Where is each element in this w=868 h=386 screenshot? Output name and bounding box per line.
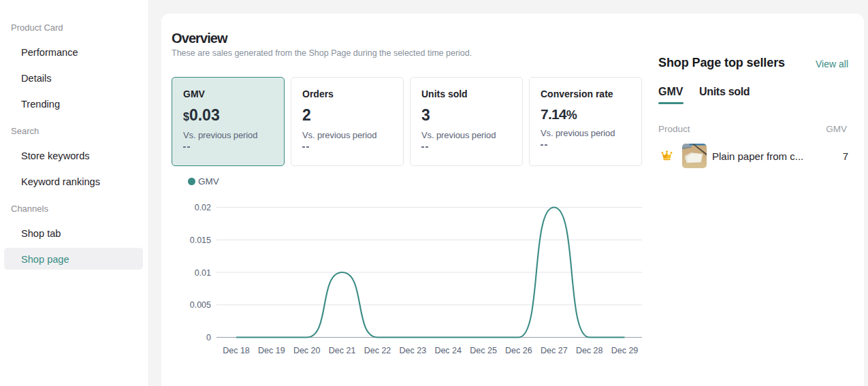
svg-text:Dec 19: Dec 19 [258,346,285,355]
svg-text:Dec 22: Dec 22 [364,346,391,355]
svg-text:Dec 18: Dec 18 [223,346,250,355]
svg-text:Dec 21: Dec 21 [329,346,356,355]
svg-text:Dec 25: Dec 25 [470,346,497,355]
svg-text:Dec 28: Dec 28 [576,346,603,355]
svg-text:Dec 29: Dec 29 [611,346,639,355]
svg-text:Dec 23: Dec 23 [399,346,426,355]
svg-text:Dec 27: Dec 27 [541,346,568,355]
svg-text:Dec 24: Dec 24 [434,346,462,355]
svg-text:0.015: 0.015 [190,236,211,245]
svg-text:0.005: 0.005 [190,300,211,310]
svg-text:Dec 20: Dec 20 [293,346,321,355]
svg-text:0.01: 0.01 [195,268,211,278]
svg-text:0.02: 0.02 [195,203,211,212]
svg-text:Dec 26: Dec 26 [505,346,532,355]
svg-text:0: 0 [206,333,211,342]
